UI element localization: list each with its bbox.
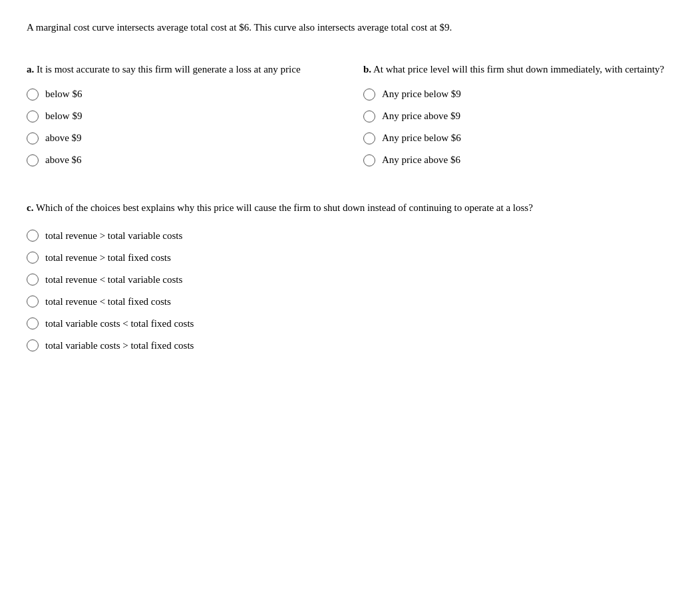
question-a-label: a. It is most accurate to say this firm …: [27, 62, 337, 77]
question-b-option-3[interactable]: Any price above $6: [363, 153, 673, 167]
radio-c-4[interactable]: [27, 317, 39, 329]
option-a-2-label: above $9: [45, 131, 82, 145]
question-b-option-1[interactable]: Any price above $9: [363, 109, 673, 123]
radio-b-1[interactable]: [363, 110, 375, 122]
question-a-option-1[interactable]: below $9: [27, 109, 337, 123]
question-a-option-3[interactable]: above $6: [27, 153, 337, 167]
option-b-3-label: Any price above $6: [382, 153, 460, 167]
radio-a-1[interactable]: [27, 110, 39, 122]
question-c-label: c. Which of the choices best explains wh…: [27, 200, 673, 216]
option-c-0-label: total revenue > total variable costs: [45, 229, 182, 243]
question-c-block: c. Which of the choices best explains wh…: [27, 200, 673, 353]
option-c-2-label: total revenue < total variable costs: [45, 273, 182, 287]
radio-a-3[interactable]: [27, 154, 39, 166]
question-c-option-2[interactable]: total revenue < total variable costs: [27, 273, 673, 287]
question-a-block: a. It is most accurate to say this firm …: [27, 62, 337, 168]
option-b-0-label: Any price below $9: [382, 87, 461, 101]
question-b-bold: b.: [363, 64, 371, 75]
option-c-1-label: total revenue > total fixed costs: [45, 251, 171, 265]
intro-text: A marginal cost curve intersects average…: [27, 20, 673, 35]
radio-c-2[interactable]: [27, 274, 39, 286]
radio-c-3[interactable]: [27, 296, 39, 307]
radio-c-5[interactable]: [27, 339, 39, 351]
question-a-option-0[interactable]: below $6: [27, 87, 337, 101]
question-b-option-0[interactable]: Any price below $9: [363, 87, 673, 101]
question-c-bold: c.: [27, 202, 33, 213]
radio-c-0[interactable]: [27, 230, 39, 242]
question-b-option-2[interactable]: Any price below $6: [363, 131, 673, 145]
question-a-option-2[interactable]: above $9: [27, 131, 337, 145]
question-c-option-0[interactable]: total revenue > total variable costs: [27, 229, 673, 243]
question-b-text: At what price level will this firm shut …: [371, 64, 664, 75]
radio-a-0[interactable]: [27, 89, 39, 100]
radio-b-2[interactable]: [363, 132, 375, 144]
question-a-bold: a.: [27, 64, 34, 75]
question-b-label: b. At what price level will this firm sh…: [363, 62, 673, 77]
option-c-4-label: total variable costs < total fixed costs: [45, 317, 194, 331]
option-c-5-label: total variable costs > total fixed costs: [45, 339, 194, 353]
question-c-option-4[interactable]: total variable costs < total fixed costs: [27, 317, 673, 331]
option-b-1-label: Any price above $9: [382, 109, 460, 123]
question-c-option-1[interactable]: total revenue > total fixed costs: [27, 251, 673, 265]
radio-b-0[interactable]: [363, 89, 375, 100]
question-b-block: b. At what price level will this firm sh…: [363, 62, 673, 168]
questions-grid: a. It is most accurate to say this firm …: [27, 62, 673, 168]
option-a-1-label: below $9: [45, 109, 82, 123]
option-c-3-label: total revenue < total fixed costs: [45, 295, 171, 309]
option-b-2-label: Any price below $6: [382, 131, 461, 145]
question-c-option-3[interactable]: total revenue < total fixed costs: [27, 295, 673, 309]
question-a-text: It is most accurate to say this firm wil…: [34, 64, 300, 75]
radio-b-3[interactable]: [363, 154, 375, 166]
option-a-0-label: below $6: [45, 87, 82, 101]
option-a-3-label: above $6: [45, 153, 82, 167]
radio-a-2[interactable]: [27, 132, 39, 144]
radio-c-1[interactable]: [27, 252, 39, 264]
question-c-option-5[interactable]: total variable costs > total fixed costs: [27, 339, 673, 353]
question-c-text: Which of the choices best explains why t…: [33, 202, 532, 213]
